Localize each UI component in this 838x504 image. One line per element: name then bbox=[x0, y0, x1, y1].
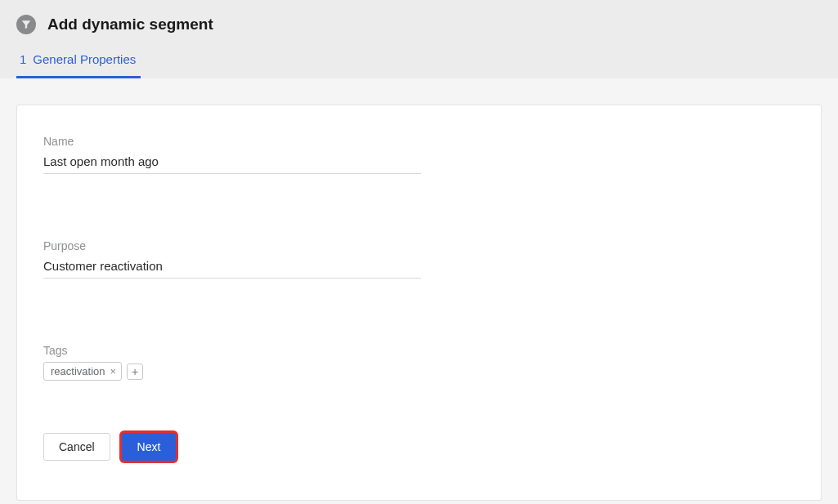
purpose-label: Purpose bbox=[43, 239, 795, 252]
cancel-button[interactable]: Cancel bbox=[43, 433, 110, 461]
tags-field-block: Tags reactivation × + bbox=[43, 344, 795, 381]
tab-general-properties[interactable]: 1 General Properties bbox=[16, 42, 141, 78]
purpose-input[interactable] bbox=[43, 257, 421, 279]
funnel-icon bbox=[16, 15, 36, 34]
name-label: Name bbox=[43, 135, 795, 148]
tabs-row: 1 General Properties bbox=[0, 42, 838, 78]
title-row: Add dynamic segment bbox=[0, 0, 838, 42]
tag-remove-icon[interactable]: × bbox=[110, 366, 116, 377]
name-input[interactable] bbox=[43, 153, 421, 174]
actions-row: Cancel Next bbox=[43, 433, 795, 461]
name-field-block: Name bbox=[43, 135, 795, 174]
content-wrap: Name Purpose Tags reactivation × + Cance… bbox=[0, 78, 838, 504]
tab-label: General Properties bbox=[33, 52, 136, 66]
tag-add-button[interactable]: + bbox=[127, 364, 143, 380]
purpose-field-block: Purpose bbox=[43, 239, 795, 279]
header-area: Add dynamic segment 1 General Properties bbox=[0, 0, 838, 78]
page-title: Add dynamic segment bbox=[47, 16, 213, 33]
tags-label: Tags bbox=[43, 344, 795, 357]
tag-chip-reactivation[interactable]: reactivation × bbox=[43, 362, 122, 381]
tags-row: reactivation × + bbox=[43, 362, 795, 381]
form-card: Name Purpose Tags reactivation × + Cance… bbox=[16, 105, 822, 501]
next-button[interactable]: Next bbox=[122, 433, 177, 461]
tag-text: reactivation bbox=[51, 365, 105, 377]
tab-number: 1 bbox=[20, 52, 26, 66]
